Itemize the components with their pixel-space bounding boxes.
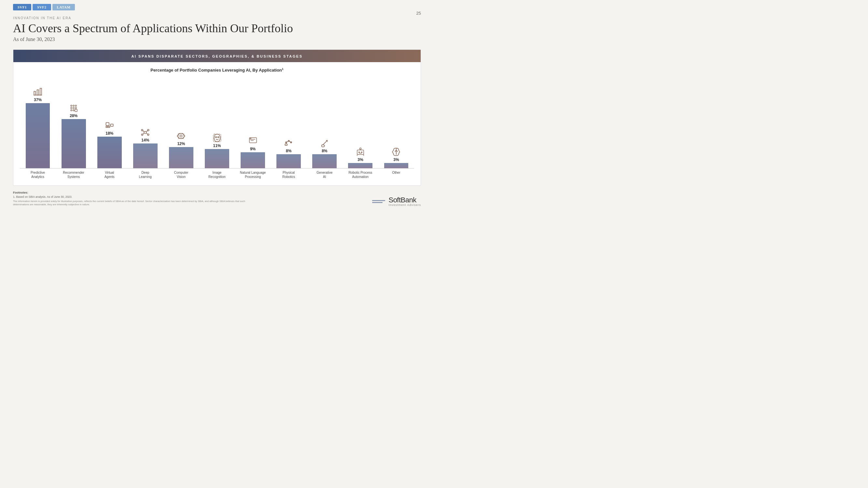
bar-label-0: PredictiveAnalytics xyxy=(20,170,56,179)
bar-group-0: 37% xyxy=(20,77,56,168)
bar-label-10: Other xyxy=(378,170,414,179)
tab-svf1[interactable]: SVF1 xyxy=(13,4,31,10)
bar-label-3: DeepLearning xyxy=(127,170,163,179)
bar-percentage-4: 12% xyxy=(177,141,185,146)
bar-group-8: 8% xyxy=(307,77,342,168)
bar-label-8: GenerativeAI xyxy=(307,170,342,179)
bar-group-7: 8% xyxy=(271,77,307,168)
robot-arm-icon xyxy=(284,139,293,148)
bar-label-6: Natural LanguageProcessing xyxy=(235,170,271,179)
nlp-icon xyxy=(248,137,257,146)
bar-label-4: ComputerVision xyxy=(163,170,199,179)
footnotes-title: Footnotes: xyxy=(13,191,260,194)
bar-rect-8 xyxy=(312,154,337,168)
bar-rect-9 xyxy=(348,163,372,168)
svg-rect-0 xyxy=(34,91,35,95)
tab-latam[interactable]: LATAM xyxy=(53,4,75,10)
main-title: AI Covers a Spectrum of Applications Wit… xyxy=(13,22,421,35)
bar-label-1: RecommenderSystems xyxy=(56,170,92,179)
bar-percentage-2: 18% xyxy=(105,131,113,136)
svg-rect-2 xyxy=(40,88,42,95)
subtitle: As of June 30, 2023 xyxy=(13,36,421,42)
svg-point-7 xyxy=(71,107,72,109)
svg-rect-14 xyxy=(106,126,108,128)
chart-banner: AI SPANS DISPARATE SECTORS, GEOGRAPHIES,… xyxy=(13,50,421,62)
svg-point-29 xyxy=(215,137,217,138)
svg-point-30 xyxy=(217,137,219,138)
footnote-1: 1. Based on SBIA analysis. As of June 30… xyxy=(13,195,260,198)
svg-rect-13 xyxy=(106,122,109,125)
rpa-icon xyxy=(356,148,365,157)
bar-percentage-3: 14% xyxy=(141,138,149,142)
svg-point-49 xyxy=(361,152,362,153)
svg-line-25 xyxy=(143,133,144,134)
banner-text: AI SPANS DISPARATE SECTORS, GEOGRAPHIES,… xyxy=(131,54,303,58)
chart-inner: Percentage of Portfolio Companies Levera… xyxy=(13,62,421,185)
bar-rect-1 xyxy=(62,119,86,168)
bar-group-10: 3% xyxy=(378,77,414,168)
subheading: INNOVATION IN THE AI ERA xyxy=(13,16,421,20)
bar-group-5: 11% xyxy=(199,77,235,168)
chart-title: Percentage of Portfolio Companies Levera… xyxy=(20,67,414,72)
grid-icon xyxy=(69,103,78,112)
bar-percentage-1: 28% xyxy=(70,113,78,118)
svg-rect-16 xyxy=(111,124,113,126)
bar-rect-5 xyxy=(205,149,229,168)
bar-group-3: 14% xyxy=(127,77,163,168)
softbank-sub: Investment Advisers xyxy=(389,204,421,206)
svg-rect-31 xyxy=(213,134,221,141)
paintbrush-icon xyxy=(320,139,329,148)
bar-percentage-9: 3% xyxy=(358,158,363,162)
svg-point-40 xyxy=(285,142,287,143)
face-icon xyxy=(213,133,222,142)
bar-percentage-6: 9% xyxy=(250,147,255,151)
brain-icon xyxy=(392,148,401,157)
logo-line-bottom xyxy=(372,202,382,203)
bar-chart: 37%28%18%14%12%11%9%8%8%3%3% xyxy=(20,77,414,168)
logo-area: SoftBank Investment Advisers xyxy=(372,196,421,206)
page-header: INNOVATION IN THE AI ERA AI Covers a Spe… xyxy=(0,10,434,45)
bar-percentage-8: 8% xyxy=(322,149,327,153)
svg-rect-1 xyxy=(37,90,39,95)
svg-rect-45 xyxy=(357,150,364,155)
bar-label-9: Robotic ProcessAutomation xyxy=(342,170,378,179)
svg-point-18 xyxy=(144,131,147,133)
svg-point-8 xyxy=(73,107,74,109)
bar-rect-0 xyxy=(26,103,50,168)
svg-point-10 xyxy=(71,110,72,111)
svg-line-23 xyxy=(143,130,144,132)
logo-text: SoftBank Investment Advisers xyxy=(389,196,421,206)
bar-group-2: 18% xyxy=(92,77,127,168)
svg-point-21 xyxy=(142,134,143,135)
bar-rect-7 xyxy=(276,154,301,168)
logo-line-top xyxy=(372,200,385,201)
footnotes: Footnotes: 1. Based on SBIA analysis. As… xyxy=(13,191,260,206)
bar-percentage-0: 37% xyxy=(34,98,42,102)
svg-rect-15 xyxy=(108,126,110,128)
bar-rect-2 xyxy=(97,137,122,168)
agent-icon xyxy=(105,121,114,130)
footer: Footnotes: 1. Based on SBIA analysis. As… xyxy=(0,186,434,206)
disclaimer: The information herein is provided solel… xyxy=(13,200,260,206)
svg-point-5 xyxy=(73,105,74,106)
svg-line-24 xyxy=(147,130,148,132)
svg-point-48 xyxy=(359,152,360,153)
svg-point-27 xyxy=(180,135,182,137)
svg-rect-36 xyxy=(285,144,287,145)
page-number: 25 xyxy=(416,11,421,15)
neural-icon xyxy=(141,128,150,137)
bar-percentage-10: 3% xyxy=(393,158,399,162)
svg-rect-35 xyxy=(250,138,251,139)
bar-label-2: VirtualAgents xyxy=(92,170,127,179)
bar-rect-10 xyxy=(384,163,409,168)
bar-percentage-7: 8% xyxy=(286,149,291,153)
eye-icon xyxy=(177,131,186,140)
bar-group-9: 3% xyxy=(342,77,378,168)
bar-labels: PredictiveAnalyticsRecommenderSystemsVir… xyxy=(20,170,414,179)
bar-chart-icon xyxy=(33,88,42,97)
bar-label-5: ImageRecognition xyxy=(199,170,235,179)
logo-lines xyxy=(372,200,385,203)
tab-svf2[interactable]: SVF2 xyxy=(33,4,51,10)
svg-line-26 xyxy=(147,133,148,134)
svg-point-20 xyxy=(148,129,149,131)
